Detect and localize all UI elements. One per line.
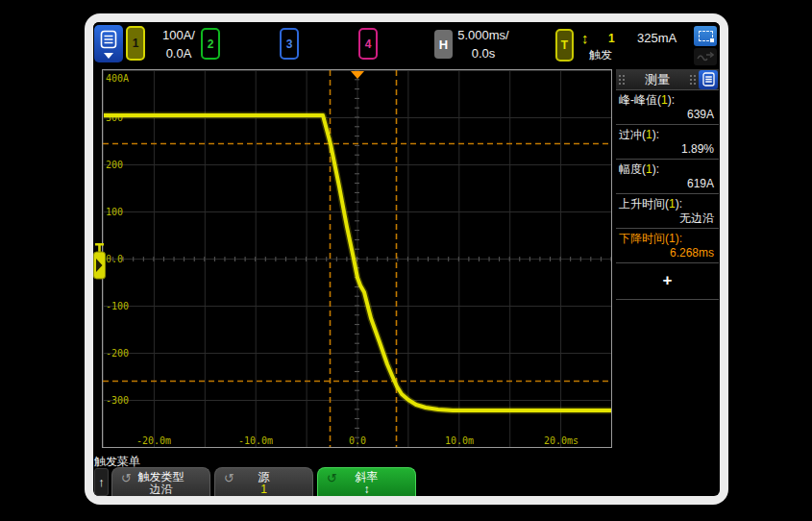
trigger-position-marker bbox=[351, 71, 364, 79]
channel-1-button[interactable]: 1 bbox=[126, 26, 145, 61]
horizontal-button[interactable]: H bbox=[434, 30, 453, 59]
softkey-trigger-type[interactable]: ↺ 触发类型 边沿 bbox=[111, 467, 210, 496]
vertical-offset: 0.0A bbox=[151, 44, 207, 62]
measurement-row-peak-peak[interactable]: 峰-峰值(1): 639A bbox=[616, 90, 719, 125]
measurement-row-amplitude[interactable]: 幅度(1): 619A bbox=[616, 160, 719, 194]
measurement-row-overshoot[interactable]: 过冲(1): 1.89% bbox=[616, 125, 719, 160]
chevron-down-icon bbox=[104, 53, 113, 59]
y-axis-label: -200 bbox=[106, 348, 129, 359]
trigger-level: 325mA bbox=[637, 31, 677, 45]
y-axis-label: -100 bbox=[106, 301, 129, 311]
x-axis-label: 20.0ms bbox=[544, 435, 578, 446]
measurement-row-rise-time[interactable]: 上升时间(1): 无边沿 bbox=[616, 194, 719, 229]
time-delay: 0.0s bbox=[453, 44, 514, 62]
selection-rect-icon bbox=[699, 31, 713, 41]
channel-4-button[interactable]: 4 bbox=[358, 28, 378, 60]
measurement-panel-header[interactable]: 测量 bbox=[616, 69, 719, 90]
add-measurement-button[interactable]: + bbox=[616, 263, 719, 300]
x-axis-label: 0.0 bbox=[349, 435, 366, 446]
top-toolbar: 1 100A/ 0.0A 2 3 4 H 5.000ms/ 0.0s T ↕ 1… bbox=[93, 22, 720, 66]
waveform-tool-button[interactable] bbox=[694, 48, 717, 65]
x-axis-label: -20.0m bbox=[136, 435, 171, 446]
x-axis-label: 10.0m bbox=[445, 435, 474, 446]
channel-3-button[interactable]: 3 bbox=[280, 28, 299, 60]
trigger-caption: 触发 bbox=[589, 47, 612, 63]
oscilloscope-bezel: 1 100A/ 0.0A 2 3 4 H 5.000ms/ 0.0s T ↕ 1… bbox=[85, 13, 728, 505]
y-axis-label: 0.0 bbox=[106, 254, 123, 264]
channel1-ground-marker[interactable] bbox=[93, 242, 106, 283]
time-scale: 5.000ms/ bbox=[453, 26, 514, 44]
zoom-select-button[interactable] bbox=[694, 26, 717, 46]
waveform-display[interactable]: 400A3002001000.0-100-200-300-20.0m-10.0m… bbox=[102, 69, 612, 448]
channel-2-button[interactable]: 2 bbox=[201, 28, 220, 60]
trigger-source: 1 bbox=[608, 32, 615, 45]
drag-grip-icon bbox=[689, 74, 697, 86]
panel-title: 测量 bbox=[627, 71, 687, 88]
knob-icon: ↺ bbox=[224, 471, 234, 485]
knob-icon: ↺ bbox=[121, 471, 132, 485]
y-axis-label: -300 bbox=[106, 395, 129, 406]
measurement-panel: 测量 峰-峰值(1): 639A bbox=[616, 69, 719, 448]
panel-menu-button[interactable] bbox=[699, 70, 718, 89]
y-axis-label: 100 bbox=[106, 207, 123, 217]
menu-back-button[interactable]: ↑ bbox=[94, 468, 109, 496]
waveform-arrow-icon bbox=[697, 51, 714, 62]
list-menu-icon bbox=[100, 30, 117, 51]
x-axis-label: -10.0m bbox=[238, 435, 273, 446]
y-axis-label: 400A bbox=[106, 73, 129, 84]
drag-grip-icon bbox=[618, 74, 626, 86]
softkey-trigger-source[interactable]: ↺ 源 1 bbox=[214, 467, 313, 496]
trigger-button[interactable]: T bbox=[555, 29, 574, 62]
oscilloscope-screen: 1 100A/ 0.0A 2 3 4 H 5.000ms/ 0.0s T ↕ 1… bbox=[93, 22, 720, 496]
y-axis-label: 200 bbox=[106, 160, 123, 170]
measurement-row-fall-time[interactable]: 下降时间(1): 6.268ms bbox=[616, 229, 719, 263]
knob-icon: ↺ bbox=[327, 471, 337, 485]
channel1-scale-readout[interactable]: 100A/ 0.0A bbox=[151, 26, 207, 62]
softkey-trigger-slope[interactable]: ↺ 斜率 ↕ bbox=[317, 467, 416, 496]
timebase-readout[interactable]: 5.000ms/ 0.0s bbox=[453, 26, 514, 62]
main-menu-button[interactable] bbox=[94, 25, 123, 62]
trigger-slope-icon: ↕ bbox=[581, 30, 589, 46]
list-menu-icon bbox=[702, 72, 715, 87]
vertical-scale: 100A/ bbox=[151, 26, 207, 44]
